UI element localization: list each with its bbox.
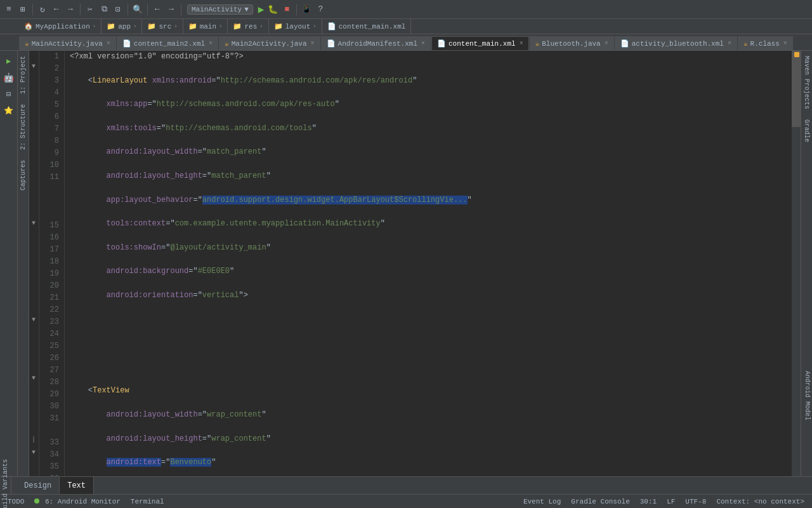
redo-icon[interactable]: → [165, 3, 178, 16]
undo-icon[interactable]: ← [151, 3, 164, 16]
close-tab-2[interactable]: × [209, 40, 213, 47]
dropdown-arrow-icon: ▼ [244, 6, 249, 13]
close-tab-6[interactable]: × [605, 40, 608, 47]
label-captures[interactable]: Captures [18, 155, 28, 196]
tab-rclass[interactable]: ☕ R.class × [738, 36, 793, 50]
toolbar-icons: ≡ ⊞ ↻ ← → ✂ ⧉ ⊡ 🔍 ← → MainActivity ▼ ▶ 🐛… [3, 3, 327, 16]
code-content[interactable]: <?xml version="1.0" encoding="utf-8"?> <… [65, 51, 792, 476]
folder-icon-1: 📁 [107, 22, 115, 30]
nav-tab-src[interactable]: 📁 src › [142, 19, 183, 34]
nav-arrow-3: › [174, 23, 177, 30]
event-log-button[interactable]: Event Log [521, 498, 563, 505]
toolbar-sep-6 [296, 4, 297, 15]
editor-tabs-bar: ☕ MainActivity.java × 📄 content_main2.xm… [0, 34, 812, 51]
minimap-scrollbar[interactable] [792, 51, 801, 476]
project-icon[interactable]: ▶ [1, 53, 16, 69]
structure-icon[interactable]: ⊟ [1, 86, 16, 102]
left-vertical-labels: 1: Project 2: Structure Captures [18, 51, 29, 476]
nav-tab-main[interactable]: 📁 main › [183, 19, 228, 34]
label-project[interactable]: 1: Project [18, 51, 28, 99]
tab-androidmanifest[interactable]: 📄 AndroidManifest.xml × [321, 36, 431, 50]
nav-tab-myapplication[interactable]: 🏠 MyApplication › [19, 19, 102, 34]
gradle-console-label: Gradle Console [571, 498, 629, 505]
tab-activity-bluetooth[interactable]: 📄 activity_bluetooth.xml × [615, 36, 737, 50]
scrollbar-thumb[interactable] [792, 51, 801, 127]
code-line-15: <TextView [70, 385, 787, 397]
code-line-11: android:orientation="vertical"> [70, 290, 787, 302]
help-icon[interactable]: ? [314, 3, 327, 16]
nav-tab-content-main[interactable]: 📄 content_main.xml [322, 19, 412, 34]
xml-icon-4: 📄 [327, 39, 336, 48]
folder-icon-3: 📁 [188, 22, 197, 30]
tab-main2activity[interactable]: ☕ Main2Activity.java × [219, 36, 320, 50]
code-line-4: xmlns:tools="http://schemas.android.com/… [70, 123, 787, 135]
tab-design-label: Design [24, 481, 51, 490]
debug-button[interactable]: 🐛 [268, 4, 278, 15]
gradle-console-button[interactable]: Gradle Console [568, 498, 632, 505]
warning-marker [794, 52, 799, 57]
device-icon[interactable]: 📱 [300, 3, 313, 16]
run-config-dropdown[interactable]: MainActivity ▼ [187, 4, 253, 15]
tab-design[interactable]: Design [16, 477, 60, 494]
back-icon[interactable]: ← [50, 3, 63, 16]
nav-tab-app-label: app [118, 23, 131, 30]
toolbar-sep-1 [32, 4, 33, 15]
encoding-indicator[interactable]: UTF-8 [683, 498, 709, 505]
code-line-16: android:layout_width="wrap_content" [70, 409, 787, 421]
java-icon-3: ☕ [225, 39, 229, 48]
nav-tab-layout[interactable]: 📁 layout › [269, 19, 322, 34]
favorites-icon[interactable]: ⭐ [1, 103, 16, 118]
fold-1[interactable]: ▼ [32, 63, 36, 70]
fold-4[interactable]: ▼ [32, 375, 36, 382]
toolbar-sep-5 [181, 4, 181, 15]
terminal-button[interactable]: Terminal [128, 498, 167, 505]
paste-icon[interactable]: ⊡ [112, 3, 124, 16]
terminal-label: Terminal [131, 498, 164, 505]
close-tab-3[interactable]: × [311, 40, 315, 47]
tab-androidmanifest-label: AndroidManifest.xml [338, 40, 417, 48]
xml-icon-5: 📄 [437, 39, 446, 48]
android-monitor-button[interactable]: 6: Android Monitor [32, 498, 122, 505]
tab-mainactivity[interactable]: ☕ MainActivity.java × [19, 36, 116, 50]
close-tab-7[interactable]: × [728, 40, 731, 47]
code-line-6: android:layout_height="match_parent" [70, 170, 787, 182]
folder-icon-2: 📁 [147, 22, 156, 30]
label-android-model[interactable]: Android Model [802, 366, 812, 425]
code-editor[interactable]: ▼ ▼ ▼ ▼ | ▼ ▼ 12345 678910 1115 16171819… [29, 51, 792, 476]
nav-tab-res[interactable]: 📁 res › [228, 19, 268, 34]
position-indicator: 30:1 [638, 498, 659, 505]
code-line-5: android:layout_width="match_parent" [70, 146, 787, 158]
tab-rclass-label: R.class [750, 40, 780, 48]
close-tab-8[interactable]: × [783, 40, 787, 47]
label-structure[interactable]: 2: Structure [18, 99, 28, 155]
close-tab-1[interactable]: × [107, 40, 110, 47]
android-icon[interactable]: 🤖 [1, 70, 16, 85]
tab-content-main2[interactable]: 📄 content_main2.xml × [117, 36, 218, 50]
nav-tab-app[interactable]: 📁 app › [102, 19, 142, 34]
tab-bluetooth[interactable]: ☕ Bluetooth.java × [530, 36, 614, 50]
forward-icon[interactable]: → [64, 3, 77, 16]
tab-content-main[interactable]: 📄 content_main.xml × [431, 36, 529, 50]
lf-indicator[interactable]: LF [664, 498, 678, 505]
toolbar-sep-2 [80, 4, 81, 15]
close-tab-5[interactable]: × [520, 40, 523, 47]
fold-3[interactable]: ▼ [32, 316, 36, 323]
cut-icon[interactable]: ✂ [84, 3, 96, 16]
sync-icon[interactable]: ↻ [36, 3, 49, 16]
copy-icon[interactable]: ⧉ [98, 3, 110, 16]
menu-icon[interactable]: ≡ [3, 3, 15, 16]
status-bar: TODO 6: Android Monitor Terminal Event L… [0, 494, 812, 508]
search-icon[interactable]: 🔍 [131, 3, 144, 16]
fold-5[interactable]: ▼ [32, 449, 36, 456]
code-line-18: android:text="Benvenuto" [70, 457, 787, 469]
fold-2[interactable]: ▼ [32, 220, 36, 227]
xml-icon-7: 📄 [620, 39, 629, 48]
close-tab-4[interactable]: × [421, 40, 425, 47]
label-maven[interactable]: Maven Projects [802, 51, 811, 114]
run-button[interactable]: ▶ [258, 3, 265, 16]
label-gradle[interactable]: Gradle [802, 114, 811, 147]
stop-button[interactable]: ■ [280, 3, 293, 16]
grid-icon[interactable]: ⊞ [16, 3, 29, 16]
tab-text[interactable]: Text [60, 477, 94, 494]
build-variants-label[interactable]: Build Variants [1, 457, 10, 509]
